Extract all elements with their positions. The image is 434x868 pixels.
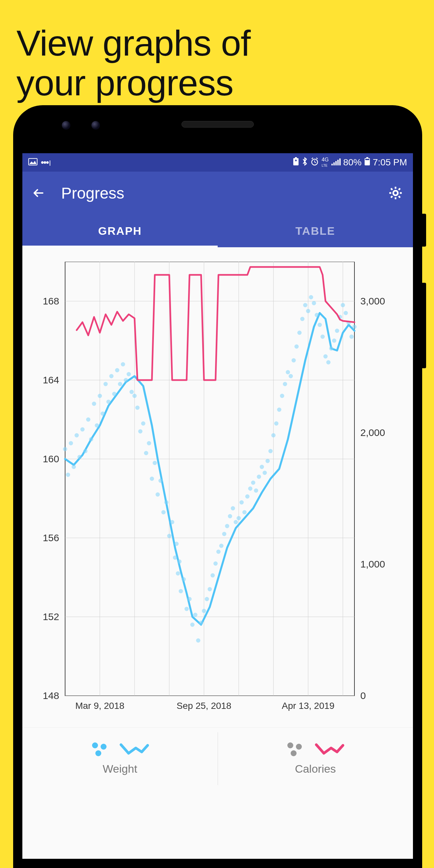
svg-point-104 <box>239 500 244 505</box>
svg-point-47 <box>80 427 85 432</box>
svg-point-83 <box>179 589 183 593</box>
svg-text:0: 0 <box>360 690 366 701</box>
power-button <box>422 214 426 247</box>
svg-point-137 <box>335 329 339 333</box>
svg-point-90 <box>199 621 203 625</box>
progress-chart: 14815215616016416801,0002,0003,000Mar 9,… <box>22 262 413 725</box>
svg-rect-1 <box>293 158 299 165</box>
svg-point-93 <box>208 587 212 591</box>
svg-text:168: 168 <box>43 296 59 306</box>
svg-text:Mar 9, 2018: Mar 9, 2018 <box>75 701 124 711</box>
battery-saver-icon <box>292 157 299 168</box>
svg-text:2,000: 2,000 <box>360 427 385 438</box>
svg-point-61 <box>121 362 125 367</box>
svg-point-42 <box>66 473 70 477</box>
bluetooth-icon <box>302 157 308 168</box>
settings-button[interactable] <box>388 185 403 200</box>
svg-point-135 <box>329 346 333 351</box>
svg-point-85 <box>184 607 189 611</box>
svg-point-130 <box>315 313 319 317</box>
svg-point-117 <box>277 408 281 412</box>
svg-point-58 <box>112 392 116 396</box>
svg-point-128 <box>309 295 313 300</box>
legend-weight-label: Weight <box>102 763 137 775</box>
svg-point-106 <box>245 495 250 499</box>
svg-point-99 <box>225 524 229 528</box>
svg-point-142 <box>349 335 354 339</box>
svg-point-127 <box>306 309 310 313</box>
more-icon: ••• <box>41 157 50 168</box>
svg-point-53 <box>98 394 102 398</box>
svg-point-45 <box>74 433 79 438</box>
svg-rect-2 <box>295 157 297 158</box>
svg-point-71 <box>150 477 154 481</box>
svg-point-122 <box>291 359 296 363</box>
svg-point-54 <box>101 412 105 416</box>
svg-point-63 <box>127 372 131 376</box>
tab-table[interactable]: TABLE <box>218 214 413 247</box>
svg-point-129 <box>312 301 316 305</box>
svg-point-12 <box>393 191 398 195</box>
legend-weight[interactable]: Weight <box>22 727 218 790</box>
legend-calories[interactable]: Calories <box>218 727 413 790</box>
svg-point-91 <box>202 609 206 613</box>
svg-point-65 <box>132 394 137 398</box>
svg-point-56 <box>106 400 111 404</box>
svg-rect-13 <box>65 262 354 696</box>
svg-point-136 <box>332 339 336 343</box>
svg-point-89 <box>196 639 200 643</box>
promo-line1: View graphs of <box>17 23 251 63</box>
promo-line2: your progress <box>17 62 234 103</box>
svg-text:3,000: 3,000 <box>360 296 385 306</box>
svg-point-52 <box>95 424 99 428</box>
svg-point-123 <box>294 345 299 349</box>
phone-frame: ••• 4GLTE 80% <box>13 105 422 868</box>
front-camera-icon <box>91 121 100 129</box>
svg-point-97 <box>219 544 224 548</box>
signal-icon <box>332 157 341 168</box>
svg-point-107 <box>248 487 252 491</box>
chart-container: 14815215616016416801,0002,0003,000Mar 9,… <box>22 247 413 727</box>
speaker-grille <box>182 121 254 128</box>
svg-point-98 <box>222 532 226 536</box>
svg-rect-6 <box>335 161 337 165</box>
svg-point-81 <box>176 571 180 576</box>
svg-point-109 <box>254 489 258 493</box>
svg-point-147 <box>287 742 293 748</box>
tab-bar: GRAPH TABLE <box>22 214 413 247</box>
svg-point-62 <box>124 378 128 382</box>
svg-point-146 <box>95 750 101 756</box>
svg-rect-7 <box>337 160 339 165</box>
svg-text:148: 148 <box>43 690 59 701</box>
tab-graph[interactable]: GRAPH <box>22 214 218 247</box>
svg-point-125 <box>300 317 305 321</box>
svg-point-108 <box>251 481 255 485</box>
back-button[interactable] <box>32 186 45 199</box>
svg-point-66 <box>135 406 140 410</box>
alarm-icon <box>310 157 319 168</box>
svg-text:156: 156 <box>43 532 59 543</box>
svg-point-49 <box>86 417 90 422</box>
svg-point-111 <box>260 465 264 469</box>
svg-point-145 <box>101 744 106 750</box>
svg-point-131 <box>318 323 322 327</box>
svg-point-64 <box>129 390 134 394</box>
svg-point-59 <box>115 368 119 373</box>
svg-point-77 <box>167 534 171 538</box>
svg-point-84 <box>182 577 186 582</box>
svg-point-95 <box>213 562 218 566</box>
svg-point-100 <box>228 514 232 519</box>
line-icon <box>315 742 344 758</box>
svg-point-102 <box>234 520 238 524</box>
svg-point-82 <box>177 560 182 564</box>
scatter-icon <box>91 742 110 758</box>
svg-point-144 <box>92 742 98 748</box>
svg-point-41 <box>63 447 67 452</box>
front-camera-icon <box>62 121 70 129</box>
svg-point-149 <box>291 750 297 756</box>
svg-point-69 <box>144 451 148 455</box>
svg-point-126 <box>303 303 307 307</box>
svg-rect-10 <box>366 157 368 158</box>
svg-rect-8 <box>339 158 341 165</box>
svg-point-50 <box>89 437 93 441</box>
